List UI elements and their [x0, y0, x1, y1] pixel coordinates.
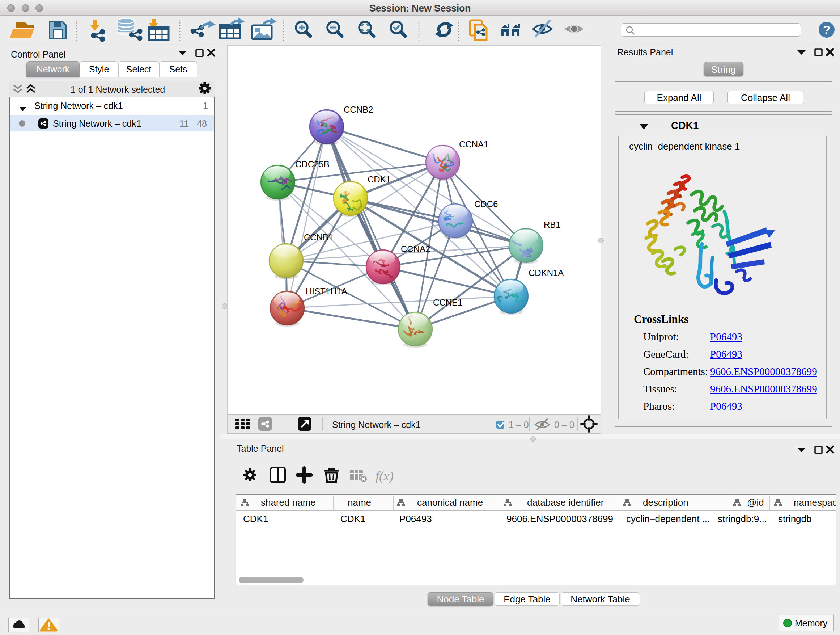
- svg-text:namespace: namespace: [794, 497, 836, 508]
- svg-text:CDK1: CDK1: [340, 513, 365, 524]
- svg-text:CCNB2: CCNB2: [344, 105, 373, 114]
- svg-text:database identifier: database identifier: [527, 497, 604, 508]
- svg-text:CCNE1: CCNE1: [433, 298, 462, 307]
- svg-text:Memory: Memory: [795, 618, 828, 628]
- svg-text:String Network – cdk1: String Network – cdk1: [34, 101, 123, 111]
- svg-text:?: ?: [823, 23, 831, 36]
- svg-text:CDK1: CDK1: [243, 513, 268, 524]
- svg-text:f(x): f(x): [376, 469, 393, 483]
- svg-text:1: 1: [203, 101, 208, 111]
- svg-text:CDC25B: CDC25B: [295, 159, 330, 169]
- svg-text:description: description: [643, 497, 688, 508]
- svg-text:String Network – cdk1: String Network – cdk1: [53, 119, 141, 128]
- svg-text:1 – 0: 1 – 0: [508, 420, 529, 430]
- svg-text:shared name: shared name: [261, 497, 316, 508]
- svg-text:CCNA1: CCNA1: [459, 139, 488, 149]
- svg-text:48: 48: [197, 119, 207, 128]
- svg-text:cyclin–dependent ...: cyclin–dependent ...: [626, 513, 710, 524]
- svg-text:HIST1H1A: HIST1H1A: [306, 287, 347, 296]
- svg-text:CCNB1: CCNB1: [304, 233, 333, 242]
- svg-text:CDKN1A: CDKN1A: [529, 268, 564, 278]
- svg-text:name: name: [347, 497, 371, 508]
- svg-text:CDK1: CDK1: [368, 174, 391, 184]
- svg-text:stringdb: stringdb: [778, 513, 812, 524]
- svg-text:CCNA2: CCNA2: [401, 244, 430, 254]
- svg-text:stringdb:9...: stringdb:9...: [718, 513, 767, 524]
- svg-text:canonical name: canonical name: [417, 497, 483, 508]
- svg-text:CDC6: CDC6: [474, 199, 498, 209]
- svg-text:RB1: RB1: [544, 220, 561, 230]
- svg-text:11: 11: [180, 119, 189, 128]
- svg-text:P06493: P06493: [399, 513, 432, 524]
- svg-text:@id: @id: [747, 497, 764, 508]
- svg-text:0 – 0: 0 – 0: [554, 420, 575, 430]
- svg-text:9606.ENSP00000378699: 9606.ENSP00000378699: [507, 513, 613, 524]
